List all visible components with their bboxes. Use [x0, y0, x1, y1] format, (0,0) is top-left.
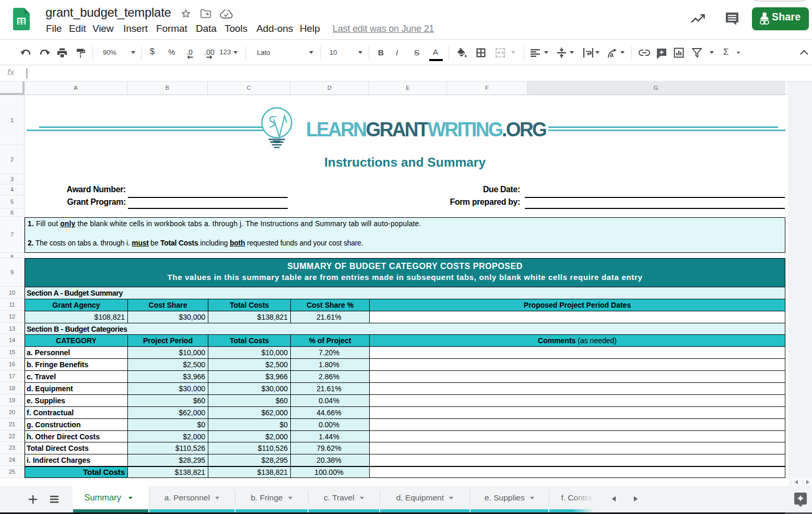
svg-text:a: a	[610, 51, 614, 59]
